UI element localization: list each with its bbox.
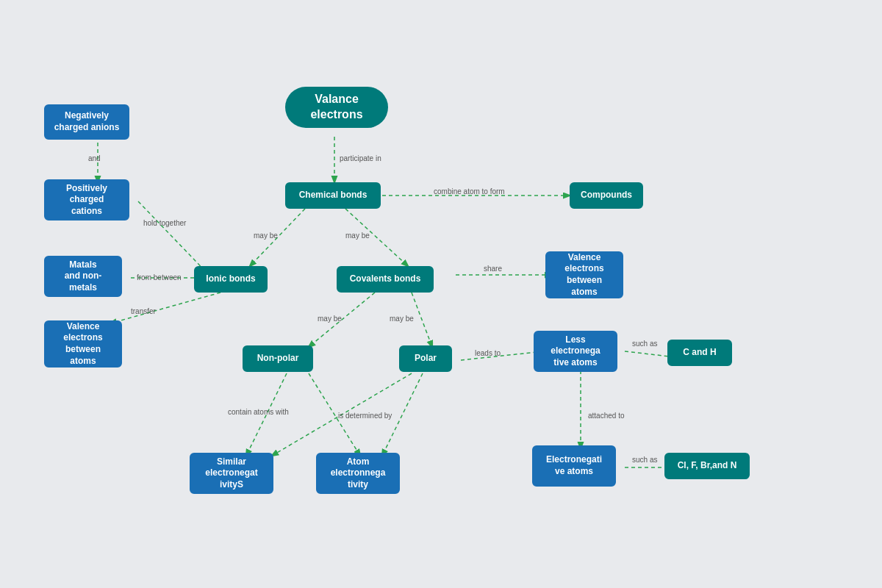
- label-hold-together: hold together: [143, 219, 186, 227]
- label-may-be-1: may be: [254, 232, 278, 240]
- node-compounds[interactable]: Compounds: [570, 182, 643, 209]
- node-valence-btw-atoms-right[interactable]: Valenceelectronsbetweenatoms: [545, 251, 623, 298]
- node-cl-f-br-n[interactable]: Cl, F, Br,and N: [664, 453, 750, 479]
- label-attached-to: attached to: [588, 412, 624, 420]
- node-valance-electrons[interactable]: Valanceelectrons: [285, 87, 388, 128]
- label-leads-to: leads to: [475, 349, 501, 357]
- node-c-and-h[interactable]: C and H: [667, 340, 732, 366]
- label-such-as-2: such as: [632, 456, 657, 464]
- svg-line-11: [461, 351, 544, 360]
- node-metals-nonmetals[interactable]: Matalsand non-metals: [44, 256, 122, 297]
- label-may-be-2: may be: [345, 232, 370, 240]
- label-is-determined-by: is determined by: [338, 412, 392, 420]
- svg-line-8: [110, 293, 220, 323]
- label-and: and: [88, 154, 101, 162]
- node-covalent-bonds[interactable]: Covalents bonds: [337, 266, 434, 293]
- node-chemical-bonds[interactable]: Chemical bonds: [285, 182, 381, 209]
- label-participate-in: participate in: [340, 154, 381, 162]
- label-such-as-1: such as: [632, 340, 657, 348]
- label-from-between: from between: [137, 273, 182, 282]
- node-positively-charged[interactable]: Positivelychargedcations: [44, 179, 129, 220]
- node-similar-electroneg[interactable]: SimilarelectronegativityS: [190, 453, 273, 494]
- label-may-be-4: may be: [390, 315, 414, 323]
- node-electroneg-atoms[interactable]: Electronegative atoms: [532, 445, 616, 487]
- node-ionic-bonds[interactable]: Ionic bonds: [194, 266, 268, 293]
- label-share: share: [484, 265, 502, 273]
- svg-line-10: [412, 293, 432, 347]
- node-valence-electrons-left[interactable]: Valenceelectronsbetweenatoms: [44, 320, 122, 368]
- label-combine-atom: combine atom to form: [434, 187, 505, 196]
- node-less-electroneg[interactable]: Lesselectronegative atoms: [534, 331, 617, 372]
- node-atom-electroneg[interactable]: Atomelectronnegativity: [316, 453, 400, 494]
- label-transfer: transfer: [131, 307, 156, 315]
- label-may-be-3: may be: [318, 315, 342, 323]
- label-contain-atoms: contain atoms with: [228, 408, 289, 416]
- node-non-polar[interactable]: Non-polar: [243, 345, 313, 372]
- node-polar[interactable]: Polar: [399, 345, 452, 372]
- node-negatively-charged[interactable]: Negativelycharged anions: [44, 104, 129, 140]
